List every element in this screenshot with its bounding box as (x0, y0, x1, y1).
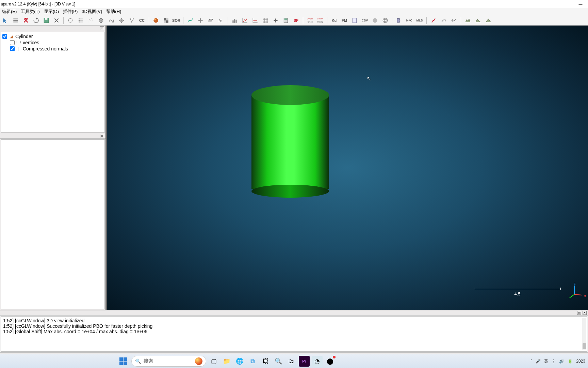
crosshair-icon[interactable] (196, 16, 205, 25)
tree-normals-checkbox[interactable] (10, 46, 15, 51)
console-dock-icon[interactable]: ▭ (577, 311, 581, 315)
checker-icon[interactable] (161, 16, 171, 25)
svg-rect-25 (166, 20, 168, 23)
sf-text-icon[interactable]: SF (291, 16, 301, 25)
curve-icon[interactable] (107, 16, 116, 25)
tray-mic-icon[interactable]: 🎤 (536, 359, 541, 364)
edge-icon[interactable]: 🌐 (234, 356, 245, 367)
tree-root-cylinder[interactable]: ◢ Cylinder (2, 33, 103, 40)
cloud-icon[interactable] (86, 16, 96, 25)
svg-point-42 (383, 19, 388, 21)
sor-icon[interactable]: SOR (172, 16, 181, 25)
nc-icon[interactable]: N+C (405, 16, 414, 25)
app1-icon[interactable]: 🗂 (286, 356, 297, 367)
vscode-icon[interactable]: ⧉ (247, 356, 258, 367)
obs-icon[interactable]: ⬤ (325, 356, 336, 367)
console-scrollbar[interactable] (582, 318, 586, 350)
cloudcompare-icon[interactable]: ◔ (312, 356, 323, 367)
cc-logo-icon[interactable]: CC (137, 16, 147, 25)
menu-help[interactable]: 帮助(H) (104, 8, 123, 15)
premiere-icon[interactable]: Pr (299, 356, 310, 367)
terrain2-icon[interactable] (473, 16, 483, 25)
svg-point-40 (373, 18, 377, 23)
cube-icon[interactable] (96, 16, 106, 25)
tray-wifi-icon[interactable]: ⋮ (552, 359, 556, 364)
mls-icon[interactable]: MLS (415, 16, 424, 25)
close-tool-icon[interactable] (52, 16, 61, 25)
tree-item-normals[interactable]: ║ Compressed normals (2, 46, 103, 52)
path-arrow-icon[interactable] (439, 16, 448, 25)
3d-viewport[interactable]: ↖ 4.5 z x (107, 26, 588, 310)
grid-icon[interactable] (261, 16, 270, 25)
fm-icon[interactable]: FM (340, 16, 349, 25)
saveas-tool-icon[interactable] (42, 16, 51, 25)
minimize-button[interactable]: — (573, 0, 588, 8)
plus-icon[interactable] (271, 16, 280, 25)
tree-root-checkbox[interactable] (2, 34, 7, 39)
scale-bar: 4.5 (474, 289, 561, 296)
svg-rect-48 (124, 357, 127, 361)
tree-item-vertices[interactable]: ⋮⋮ vertices (2, 40, 103, 46)
cursor-tool-icon[interactable] (1, 16, 10, 25)
menu-plugins[interactable]: 插件(P) (61, 8, 80, 15)
tray-ime[interactable]: 英 (544, 358, 548, 364)
plane-icon[interactable] (206, 16, 215, 25)
tree-vertices-checkbox[interactable] (10, 40, 15, 45)
stats-flat-icon[interactable] (250, 16, 260, 25)
spline-icon[interactable] (185, 16, 195, 25)
db-tree[interactable]: ◢ Cylinder ⋮⋮ vertices ║ Compressed norm… (1, 32, 105, 133)
scrollbar-thumb[interactable] (583, 343, 586, 349)
console-log[interactable]: 1:52] [ccGLWindow] 3D view initialized 1… (1, 316, 587, 352)
console-line: 1:52] [Global Shift] Max abs. coord = 1e… (3, 329, 585, 334)
graph-icon[interactable] (127, 16, 136, 25)
fx-icon[interactable]: fx (216, 16, 226, 25)
console-close-icon[interactable]: ✕ (583, 311, 587, 315)
console-line: 1:52] [ccGLWindow] 3D view initialized (3, 318, 585, 323)
pick-rotate-icon[interactable] (66, 16, 75, 25)
puzzle-icon[interactable] (394, 16, 404, 25)
tray-chevron-icon[interactable]: ˄ (530, 359, 532, 364)
task-view-icon[interactable]: ▢ (208, 356, 219, 367)
menu-3dview[interactable]: 3D视图(V) (80, 8, 104, 15)
s-curve-icon[interactable] (429, 16, 438, 25)
delete-tool-icon[interactable] (21, 16, 31, 25)
tray-volume-icon[interactable]: 🔊 (559, 359, 564, 364)
list-tool-icon[interactable] (11, 16, 20, 25)
histogram-icon[interactable] (230, 16, 240, 25)
tree-dock-icon[interactable]: ▭ (100, 26, 104, 30)
color-ball-icon[interactable] (151, 16, 161, 25)
props-dock-icon[interactable]: ▭ (100, 134, 104, 138)
explorer-icon[interactable]: 📁 (221, 356, 232, 367)
console-line: 1:52] [ccGLWindow] Succesfully initializ… (3, 323, 585, 329)
tray-year[interactable]: 2023 (576, 359, 585, 364)
kd-icon[interactable]: Kd (329, 16, 339, 25)
wireframe-icon[interactable] (117, 16, 126, 25)
globe-wire-icon[interactable] (380, 16, 390, 25)
csv-icon[interactable]: CSV (360, 16, 370, 25)
globe-solid-icon[interactable] (370, 16, 380, 25)
reload-tool-icon[interactable] (31, 16, 41, 25)
menu-display[interactable]: 显示(D) (42, 8, 61, 15)
terrain3-icon[interactable] (484, 16, 493, 25)
calc-icon[interactable] (281, 16, 291, 25)
start-button[interactable] (117, 355, 129, 367)
taskbar-search[interactable]: 🔍 搜索 (131, 356, 206, 367)
main-area: ▭ ◢ Cylinder ⋮⋮ vertices ║ Compressed no… (0, 26, 588, 310)
doc-icon[interactable] (350, 16, 359, 25)
svg-text:CANUPO: CANUPO (317, 18, 323, 20)
properties-content[interactable] (1, 139, 105, 309)
stats-up-icon[interactable] (240, 16, 250, 25)
menu-tools[interactable]: 工具类(T) (19, 8, 42, 15)
photos-icon[interactable]: 🖼 (260, 356, 271, 367)
return-arrow-icon[interactable] (449, 16, 459, 25)
canupo-classify-icon[interactable]: CANUPOClassify (315, 16, 325, 25)
svg-rect-27 (164, 20, 166, 23)
svg-rect-5 (45, 18, 48, 20)
canupo-create-icon[interactable]: CANUPOCreate (305, 16, 315, 25)
tray-battery-icon[interactable]: 🔋 (568, 359, 573, 364)
terrain1-icon[interactable] (463, 16, 473, 25)
everything-icon[interactable]: 🔍 (273, 356, 284, 367)
menu-edit[interactable]: 编辑(E) (0, 8, 19, 15)
svg-point-41 (383, 18, 388, 23)
point-list-icon[interactable] (76, 16, 85, 25)
